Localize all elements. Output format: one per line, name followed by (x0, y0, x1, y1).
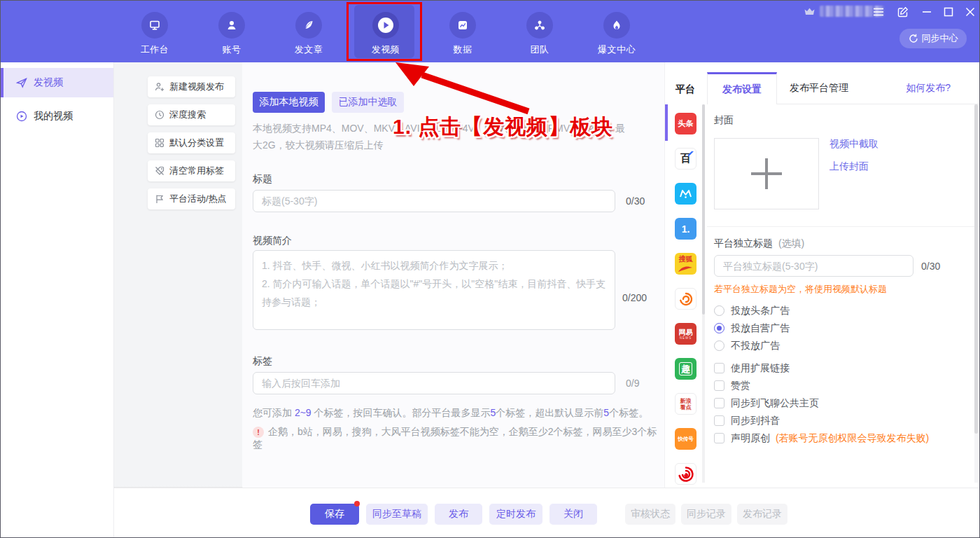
tags-input[interactable] (253, 372, 615, 394)
nav-tab-team[interactable]: 团队 (510, 12, 569, 56)
sidebar-item-publish-video[interactable]: 发视频 (1, 68, 113, 97)
description-placeholder-line1: 1. 抖音、快手、微视、小红书以视频简介作为文字展示； (262, 256, 606, 275)
checkbox-icon (714, 433, 724, 443)
checkbox-sync-feiliao[interactable]: 同步到飞聊公共主页 (714, 397, 819, 410)
description-counter: 0/200 (622, 292, 647, 303)
add-local-video-button[interactable]: 添加本地视频 (253, 92, 325, 113)
how-to-publish-link[interactable]: 如何发布? (906, 72, 951, 104)
platform-icon-baijiahao[interactable]: 百 (675, 148, 696, 170)
app-window: 工作台 账号 发文章 发视频 (0, 0, 980, 538)
title-counter: 0/30 (626, 195, 645, 207)
minimize-button[interactable] (922, 6, 932, 18)
flag-icon (155, 194, 164, 204)
radio-selected-icon (714, 323, 724, 333)
footer-action-bar: 保存 同步至草稿 发布 定时发布 关闭 审核状态 同步记录 发布记录 (114, 488, 980, 538)
annotation-highlight-box (346, 2, 422, 61)
cover-upload-box[interactable] (714, 138, 819, 209)
sync-log-button[interactable]: 同步记录 (681, 504, 732, 525)
panel-scrollbar[interactable] (974, 104, 978, 483)
menu-hamburger-icon[interactable] (873, 7, 884, 17)
sync-to-draft-button[interactable]: 同步至草稿 (366, 504, 428, 525)
grid-icon (155, 138, 164, 148)
new-video-publish-button[interactable]: 新建视频发布 (148, 76, 235, 97)
nav-tab-hot-center[interactable]: 爆文中心 (587, 12, 646, 56)
independent-title-note: 若平台独立标题为空，将使用视频默认标题 (714, 283, 887, 296)
nav-tab-account[interactable]: 账号 (202, 12, 261, 56)
tab-publish-settings[interactable]: 发布设置 (707, 72, 777, 104)
publish-log-button[interactable]: 发布记录 (737, 504, 788, 525)
capture-from-video-link[interactable]: 视频中截取 (830, 138, 878, 151)
person-plus-icon (155, 82, 164, 92)
checkbox-sync-douyin[interactable]: 同步到抖音 (714, 415, 780, 427)
platform-icon-sohu[interactable]: 搜狐 (675, 253, 696, 275)
platform-icon-dayu[interactable] (675, 288, 696, 310)
compose-edit-icon[interactable] (897, 6, 909, 18)
platform-icon-kuaichuan[interactable]: 快传号 (675, 428, 696, 450)
platform-icon-yidian[interactable]: 1. (675, 218, 696, 240)
platform-icon-toutiao[interactable]: 头条 (675, 113, 696, 134)
schedule-publish-button[interactable]: 定时发布 (489, 504, 542, 525)
left-sidebar: 发视频 我的视频 (1, 62, 114, 538)
platform-list-scrollbar[interactable] (702, 104, 705, 483)
sidebar-item-my-videos[interactable]: 我的视频 (1, 102, 113, 131)
close-button[interactable] (965, 6, 975, 18)
save-button[interactable]: 保存 (310, 504, 359, 525)
independent-title-input[interactable] (714, 255, 913, 277)
clear-common-tags-button[interactable]: 清空常用标签 (148, 160, 235, 181)
action-label: 清空常用标签 (169, 165, 224, 177)
top-nav-bar: 工作台 账号 发文章 发视频 (1, 1, 980, 62)
deep-search-button[interactable]: 深度搜索 (148, 104, 235, 125)
tags-counter: 0/9 (626, 378, 639, 389)
play-circle-icon (16, 111, 27, 122)
divider (707, 226, 980, 227)
description-label: 视频简介 (253, 235, 292, 247)
checkbox-reward[interactable]: 赞赏 (714, 380, 750, 392)
radio-no-ad[interactable]: 不投放广告 (714, 340, 780, 352)
original-warning-note: (若账号无原创权限会导致发布失败) (776, 432, 929, 443)
platform-icon-phoenix[interactable] (675, 463, 696, 485)
send-plane-icon (16, 77, 27, 88)
annotation-arrow (390, 60, 544, 120)
nav-tab-label: 发文章 (279, 43, 338, 56)
platform-icon-sina-kandian[interactable]: 新浪看点 (675, 393, 696, 415)
description-textarea[interactable]: 1. 抖音、快手、微视、小红书以视频简介作为文字展示； 2. 简介内可输入话题，… (253, 250, 615, 330)
publish-button[interactable]: 发布 (435, 504, 482, 525)
checkbox-icon (714, 363, 724, 373)
platform-icon-qutoutiao[interactable]: 趣 (675, 358, 696, 380)
platform-activity-hot-button[interactable]: 平台活动/热点 (148, 188, 235, 209)
nav-tab-label: 工作台 (125, 43, 184, 56)
nav-tab-label: 爆文中心 (587, 43, 646, 56)
checkbox-icon (714, 415, 724, 426)
workbench-monitor-icon (148, 19, 161, 32)
active-platform-indicator (665, 104, 668, 141)
nav-tab-article[interactable]: 发文章 (279, 12, 338, 56)
radio-toutiao-ad[interactable]: 投放头条广告 (714, 305, 790, 317)
nav-tab-workbench[interactable]: 工作台 (125, 12, 184, 56)
title-input[interactable] (253, 190, 615, 212)
nav-tab-data[interactable]: 数据 (433, 12, 492, 56)
data-chart-icon (456, 19, 469, 32)
maximize-button[interactable] (944, 6, 953, 18)
panel-tab-bar: 发布设置 发布平台管理 如何发布? (707, 72, 980, 104)
nav-tab-label: 账号 (202, 43, 261, 56)
upload-cover-link[interactable]: 上传封面 (830, 160, 869, 173)
close-form-button[interactable]: 关闭 (550, 504, 597, 525)
checkbox-declare-original[interactable]: 声明原创 (若账号无原创权限会导致发布失败) (714, 432, 929, 445)
action-label: 平台活动/热点 (169, 193, 227, 205)
title-label: 标题 (253, 173, 272, 186)
sidebar-item-label: 发视频 (34, 76, 63, 89)
platform-icon-weishi[interactable] (675, 183, 696, 205)
action-label: 新建视频发布 (169, 81, 224, 93)
annotation-step-text: 1. 点击【发视频】板块 (393, 113, 613, 142)
checkbox-extended-link[interactable]: 使用扩展链接 (714, 362, 790, 375)
tab-platform-management[interactable]: 发布平台管理 (790, 72, 848, 104)
sync-center-button[interactable]: 同步中心 (899, 29, 967, 48)
audit-status-button[interactable]: 审核状态 (625, 504, 676, 525)
publish-settings-panel: 平台 头条 百 1. 搜狐 网易 NEWS 趣 新浪看点 (664, 62, 980, 488)
tag-slash-icon (155, 166, 164, 176)
default-category-settings-button[interactable]: 默认分类设置 (148, 132, 235, 153)
radio-icon (714, 305, 724, 316)
radio-self-ad[interactable]: 投放自营广告 (714, 322, 790, 335)
nav-tab-label: 团队 (510, 43, 569, 56)
platform-icon-netease[interactable]: 网易 NEWS (675, 323, 696, 345)
